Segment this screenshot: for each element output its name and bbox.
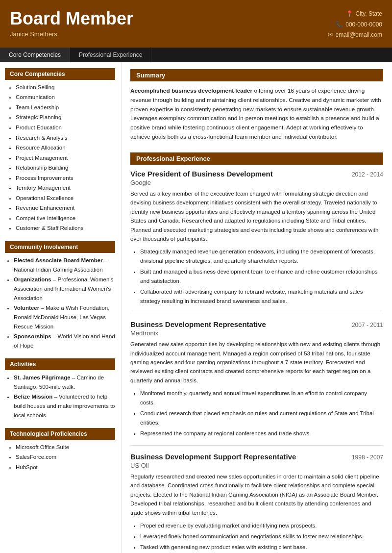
list-item: Elected Associate Board Member – Nationa… [14, 256, 115, 275]
job-header-3: Business Development Support Representat… [130, 452, 383, 461]
list-item: Leveraged finely honed communication and… [140, 532, 383, 541]
experience-title: Professional Experience [130, 152, 383, 165]
main-layout: Core Competencies Solution Selling Commu… [0, 62, 392, 553]
tech-list: Microsoft Office Suite SalesForce.com Hu… [5, 443, 115, 473]
job-company-3: US Oil [130, 462, 383, 469]
job-dates-2: 2007 - 2011 [352, 322, 383, 328]
list-item: Solution Selling [16, 83, 115, 93]
list-item: Microsoft Office Suite [16, 443, 115, 452]
divider [130, 445, 383, 446]
list-item: Monitored monthly, quarterly and annual … [140, 389, 383, 407]
list-item: Customer & Staff Relations [16, 224, 115, 233]
job-title-header: Board Member [10, 9, 133, 28]
activities-list: St. James Pilgrimage – Camino de Santiag… [5, 373, 115, 420]
contact-email: ✉ email@email.com [328, 30, 382, 41]
resume-header: Board Member Janice Smethers 📍 City, Sta… [0, 0, 392, 48]
job-company-1: Google [130, 179, 383, 186]
experience-section: Professional Experience Vice President o… [130, 152, 383, 553]
sidebar-tech: Technological Proficiencies Microsoft Of… [5, 428, 115, 473]
navigation-bar: Core Competencies Professional Experienc… [0, 48, 392, 62]
tech-title: Technological Proficiencies [5, 428, 115, 440]
nav-professional-experience[interactable]: Professional Experience [70, 48, 151, 62]
summary-text: Accomplished business development leader… [130, 86, 383, 142]
list-item: Research & Analysis [16, 133, 115, 143]
core-competencies-title: Core Competencies [5, 68, 115, 80]
list-item: Conducted research that placed emphasis … [140, 409, 383, 427]
community-list: Elected Associate Board Member – Nationa… [5, 256, 115, 351]
activities-title: Activities [5, 358, 115, 370]
community-title: Community Involvement [5, 241, 115, 253]
list-item: Process Improvements [16, 174, 115, 183]
candidate-name: Janice Smethers [10, 30, 133, 38]
contact-phone: 📞 000-000-0000 [328, 20, 382, 30]
job-bullets-1: Strategically managed revenue generation… [130, 247, 383, 306]
contact-location: 📍 City, State [328, 9, 382, 20]
email-icon: ✉ [328, 30, 333, 41]
main-content: Summary Accomplished business developmen… [122, 62, 392, 553]
sidebar-community: Community Involvement Elected Associate … [5, 241, 115, 351]
job-bullets-3: Propelled revenue by evaluating market a… [130, 521, 383, 552]
list-item: Strategically managed revenue generation… [140, 247, 383, 266]
list-item: Team Leadership [16, 103, 115, 113]
header-name-block: Board Member Janice Smethers [10, 9, 133, 38]
list-item: Collaborated with advertising company to… [140, 287, 383, 306]
job-header-1: Vice President of Business Development 2… [130, 170, 383, 178]
job-header-2: Business Development Representative 2007… [130, 320, 383, 328]
list-item: Territory Management [16, 183, 115, 193]
list-item: Project Management [16, 153, 115, 163]
list-item: SalesForce.com [16, 452, 115, 462]
list-item: Operational Excellence [16, 194, 115, 203]
list-item: Resource Allocation [16, 143, 115, 153]
list-item: Relationship Building [16, 163, 115, 173]
job-desc-1: Served as a key member of the executive … [130, 189, 383, 243]
job-dates-1: 2012 - 2014 [352, 171, 383, 178]
list-item: Communication [16, 93, 115, 102]
core-competencies-list: Solution Selling Communication Team Lead… [5, 83, 115, 233]
contact-info: 📍 City, State 📞 000-000-0000 ✉ email@ema… [328, 9, 382, 41]
phone-icon: 📞 [336, 20, 343, 30]
list-item: Revenue Enhancement [16, 203, 115, 213]
job-desc-2: Generated new sales opportunities by dev… [130, 340, 383, 385]
list-item: Tasked with generating new product sales… [140, 543, 383, 552]
sidebar-activities: Activities St. James Pilgrimage – Camino… [5, 358, 115, 420]
list-item: Represented the company at regional conf… [140, 429, 383, 438]
job-desc-3: Regularly researched and created new sal… [130, 472, 383, 517]
job-entry-1: Vice President of Business Development 2… [130, 170, 383, 306]
job-title-2: Business Development Representative [130, 320, 266, 328]
list-item: Volunteer – Make a Wish Foundation, Rona… [14, 303, 115, 331]
job-bullets-2: Monitored monthly, quarterly and annual … [130, 389, 383, 438]
job-title-3: Business Development Support Representat… [130, 452, 296, 461]
list-item: Product Education [16, 123, 115, 133]
job-dates-3: 1998 - 2007 [352, 454, 383, 461]
list-item: Belize Mission – Volunteered to help bui… [14, 392, 115, 420]
nav-core-competencies[interactable]: Core Competencies [0, 48, 70, 62]
divider [130, 313, 383, 313]
list-item: Propelled revenue by evaluating market a… [140, 521, 383, 530]
job-company-2: Medtronix [130, 329, 383, 337]
list-item: Built and managed a business development… [140, 267, 383, 286]
sidebar-core-competencies: Core Competencies Solution Selling Commu… [5, 68, 115, 233]
sidebar: Core Competencies Solution Selling Commu… [0, 62, 122, 553]
list-item: St. James Pilgrimage – Camino de Santiag… [14, 373, 115, 392]
list-item: Competitive Intelligence [16, 214, 115, 224]
job-title-1: Vice President of Business Development [130, 170, 273, 178]
list-item: Strategic Planning [16, 113, 115, 123]
summary-title: Summary [130, 69, 383, 81]
list-item: Organizations – Professional Women's Ass… [14, 275, 115, 303]
job-entry-2: Business Development Representative 2007… [130, 320, 383, 438]
job-entry-3: Business Development Support Representat… [130, 452, 383, 552]
summary-section: Summary Accomplished business developmen… [130, 69, 383, 142]
location-icon: 📍 [346, 9, 353, 20]
list-item: Sponsorships – World Vision and Hand of … [14, 332, 115, 351]
list-item: HubSpot [16, 463, 115, 473]
